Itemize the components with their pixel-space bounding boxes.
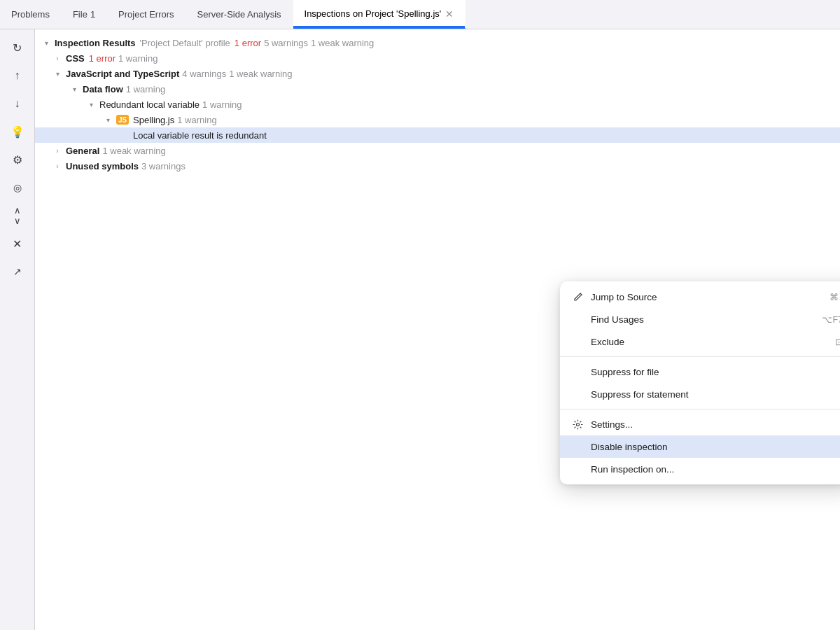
exclude-label: Exclude — [591, 337, 624, 347]
suppress-file-spacer — [571, 365, 584, 378]
suppress-statement-spacer — [571, 388, 584, 400]
context-menu: Jump to Source ⌘↓ Find Usages ⌥F7 Exclud… — [560, 281, 840, 484]
suppress-statement-label: Suppress for statement — [591, 389, 689, 400]
chevron-redundant — [85, 99, 97, 110]
root-label: Inspection Results — [55, 38, 136, 48]
down-icon: ↓ — [15, 97, 20, 110]
pencil-icon — [571, 290, 584, 303]
js-badge: JS — [116, 115, 129, 125]
css-label: CSS — [66, 53, 85, 64]
spellingjs-warning-count: 1 warning — [177, 115, 216, 125]
menu-item-run-inspection[interactable]: Run inspection on... — [560, 458, 840, 480]
tree-root[interactable]: Inspection Results 'Project Default' pro… — [35, 35, 840, 50]
tab-close-icon[interactable]: ✕ — [445, 8, 454, 20]
jsts-weak-count: 1 weak warning — [229, 69, 292, 79]
menu-item-find-usages[interactable]: Find Usages ⌥F7 — [560, 308, 840, 330]
chevron-general — [52, 145, 63, 156]
tree-item-css[interactable]: CSS 1 error 1 warning — [35, 50, 840, 66]
down-button[interactable]: ↓ — [5, 91, 30, 116]
up-button[interactable]: ↑ — [5, 63, 30, 88]
general-label: General — [66, 146, 99, 156]
refresh-icon: ↻ — [13, 41, 22, 55]
tab-problems[interactable]: Problems — [0, 0, 62, 29]
tab-bar: Problems File 1 Project Errors Server-Si… — [0, 0, 840, 29]
spellingjs-label: Spelling.js — [133, 115, 174, 125]
root-profile: 'Project Default' profile — [140, 38, 230, 48]
disable-inspection-label: Disable inspection — [591, 442, 668, 452]
root-warning-count: 5 warnings — [264, 38, 308, 48]
unused-label: Unused symbols — [66, 161, 139, 172]
chevron-dataflow — [69, 83, 80, 94]
dataflow-warning-count: 1 warning — [126, 84, 165, 94]
expand-icon: ∧∨ — [14, 205, 21, 226]
settings-button[interactable]: ⚙ — [5, 147, 30, 172]
menu-item-suppress-file[interactable]: Suppress for file — [560, 360, 840, 383]
find-usages-label: Find Usages — [591, 314, 644, 325]
redundant-label: Redundant local variable — [99, 99, 200, 110]
jump-to-source-label: Jump to Source — [591, 292, 657, 302]
menu-separator-2 — [560, 409, 840, 410]
chevron-jsts — [52, 68, 63, 79]
tree-item-redundant[interactable]: Redundant local variable 1 warning — [35, 97, 840, 112]
tab-inspections[interactable]: Inspections on Project 'Spelling.js' ✕ — [293, 0, 466, 29]
chevron-spellingjs — [102, 114, 113, 125]
disable-inspection-spacer — [571, 440, 584, 453]
exclude-shortcut: ⊡ — [835, 337, 840, 347]
view-button[interactable]: ◎ — [5, 175, 30, 200]
tree-item-jsts[interactable]: JavaScript and TypeScript 4 warnings 1 w… — [35, 66, 840, 81]
eye-icon: ◎ — [13, 182, 22, 193]
bulb-icon: 💡 — [10, 125, 24, 139]
tab-file[interactable]: File 1 — [62, 0, 107, 29]
tab-project-errors[interactable]: Project Errors — [107, 0, 186, 29]
menu-item-suppress-statement[interactable]: Suppress for statement — [560, 383, 840, 405]
run-inspection-spacer — [571, 463, 584, 475]
refresh-button[interactable]: ↻ — [5, 35, 30, 60]
root-error-count: 1 error — [234, 38, 261, 48]
menu-item-jump-to-source[interactable]: Jump to Source ⌘↓ — [560, 286, 840, 308]
up-icon: ↑ — [15, 69, 20, 82]
menu-item-settings[interactable]: Settings... — [560, 413, 840, 435]
gear-icon: ⚙ — [13, 153, 22, 167]
export-icon: ↗ — [13, 266, 22, 277]
find-usages-shortcut: ⌥F7 — [822, 314, 840, 325]
svg-point-0 — [576, 423, 579, 426]
tree-panel: Inspection Results 'Project Default' pro… — [35, 29, 840, 630]
tree-item-result[interactable]: Local variable result is redundant — [35, 127, 840, 143]
run-inspection-label: Run inspection on... — [591, 464, 674, 475]
tree-item-unused[interactable]: Unused symbols 3 warnings — [35, 158, 840, 174]
chevron-css — [52, 52, 63, 64]
bulb-button[interactable]: 💡 — [5, 119, 30, 144]
jsts-label: JavaScript and TypeScript — [66, 69, 179, 79]
root-weak-count: 1 weak warning — [311, 38, 374, 48]
settings-menu-icon — [571, 418, 584, 430]
exclude-spacer — [571, 335, 584, 348]
jump-to-source-shortcut: ⌘↓ — [830, 292, 840, 302]
chevron-root — [41, 37, 52, 48]
menu-separator-1 — [560, 356, 840, 357]
sidebar-toolbar: ↻ ↑ ↓ 💡 ⚙ ◎ ∧∨ ✕ ↗ — [0, 29, 35, 630]
unused-warning-count: 3 warnings — [141, 161, 186, 172]
menu-item-exclude[interactable]: Exclude ⊡ — [560, 330, 840, 353]
dataflow-label: Data flow — [83, 84, 123, 94]
main-area: ↻ ↑ ↓ 💡 ⚙ ◎ ∧∨ ✕ ↗ Inspection Re — [0, 29, 840, 630]
tree-item-spellingjs[interactable]: JS Spelling.js 1 warning — [35, 112, 840, 127]
tree-item-dataflow[interactable]: Data flow 1 warning — [35, 81, 840, 97]
export-button[interactable]: ↗ — [5, 259, 30, 284]
css-error-count: 1 error — [89, 53, 115, 64]
collapse-button[interactable]: ✕ — [5, 231, 30, 256]
chevron-unused — [52, 160, 63, 172]
general-weak-count: 1 weak warning — [102, 146, 165, 156]
menu-item-disable-inspection[interactable]: Disable inspection — [560, 435, 840, 458]
css-warning-count: 1 warning — [118, 53, 158, 64]
find-usages-spacer — [571, 313, 584, 326]
suppress-file-label: Suppress for file — [591, 367, 659, 377]
settings-menu-label: Settings... — [591, 419, 633, 430]
collapse-icon: ✕ — [13, 237, 22, 251]
expand-button[interactable]: ∧∨ — [5, 203, 30, 228]
result-label: Local variable result is redundant — [133, 130, 267, 141]
redundant-warning-count: 1 warning — [202, 99, 241, 110]
tree-item-general[interactable]: General 1 weak warning — [35, 143, 840, 158]
tab-server-side[interactable]: Server-Side Analysis — [186, 0, 293, 29]
jsts-warning-count: 4 warnings — [182, 69, 226, 79]
